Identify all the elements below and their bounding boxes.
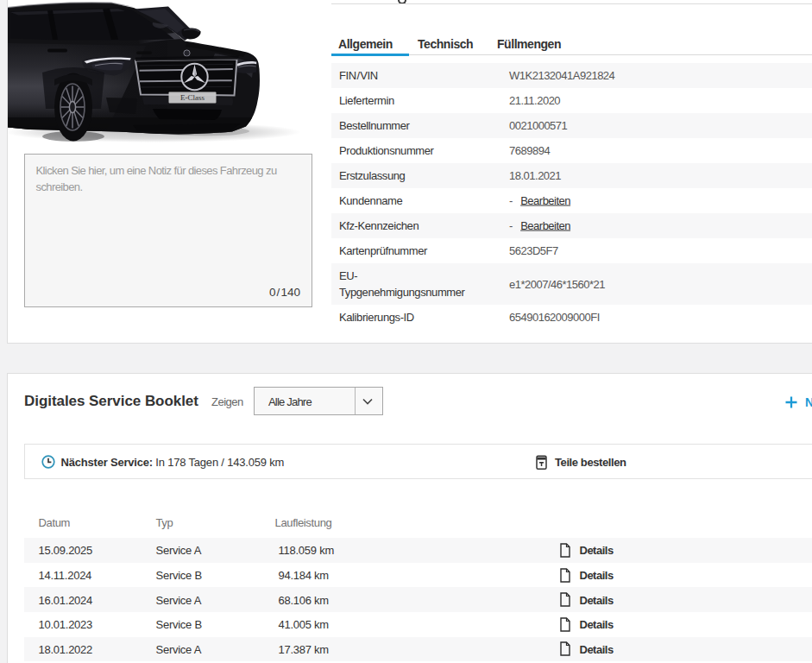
svg-text:E-Class: E-Class xyxy=(180,93,205,102)
